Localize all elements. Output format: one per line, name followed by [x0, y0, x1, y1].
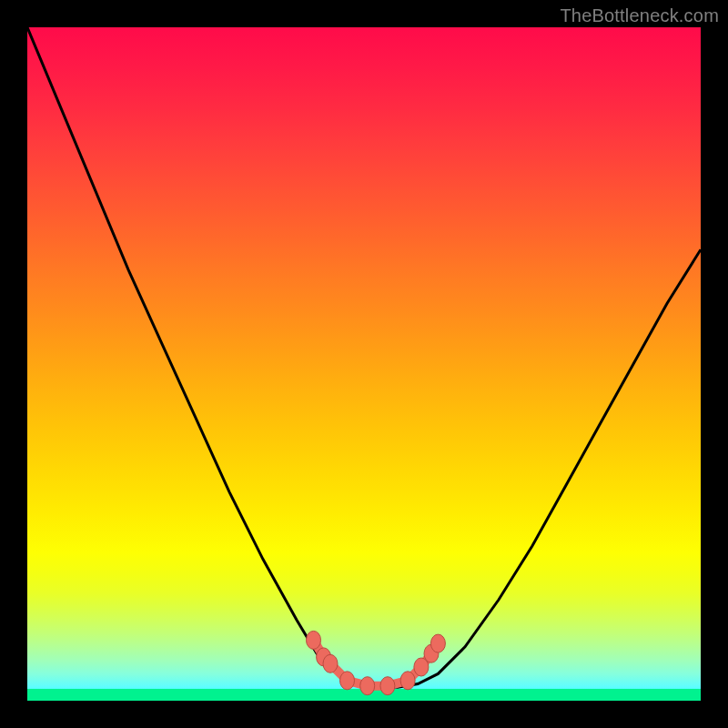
chart-frame: TheBottleneck.com — [0, 0, 728, 728]
green-band — [27, 689, 701, 701]
plot-area — [27, 27, 701, 701]
attribution-text: TheBottleneck.com — [560, 5, 719, 26]
